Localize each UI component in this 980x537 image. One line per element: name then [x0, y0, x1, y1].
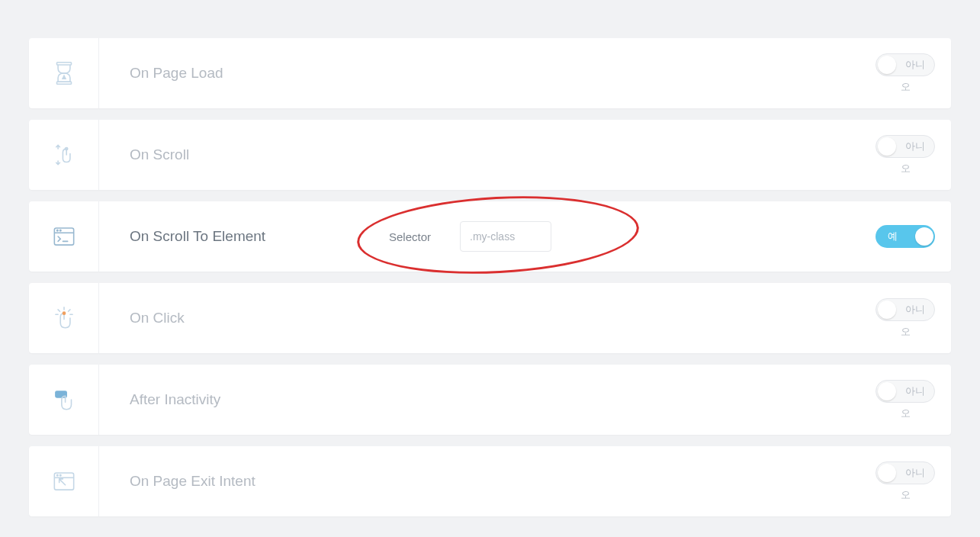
- trigger-row-scroll-to-element: On Scroll To Element Selector 예: [29, 201, 951, 272]
- svg-point-13: [59, 474, 61, 476]
- svg-point-6: [59, 230, 61, 231]
- trigger-title: On Page Load: [130, 65, 223, 82]
- toggle-cell: 아니 오: [860, 446, 951, 516]
- selector-group: Selector: [389, 221, 551, 252]
- svg-rect-1: [56, 82, 71, 84]
- selector-input[interactable]: [460, 221, 551, 252]
- toggle-exit-intent[interactable]: 아니: [876, 461, 935, 484]
- toggle-page-load[interactable]: 아니: [876, 53, 935, 76]
- row-content: On Click: [99, 283, 860, 353]
- trigger-row-exit-intent: On Page Exit Intent 아니 오: [29, 446, 951, 516]
- toggle-off-sub: 오: [901, 162, 911, 175]
- trigger-title: On Scroll To Element: [130, 228, 265, 245]
- click-icon: [29, 283, 99, 353]
- toggle-scroll[interactable]: 아니: [876, 135, 935, 158]
- row-content: On Page Load: [99, 38, 860, 108]
- toggle-scroll-to-element[interactable]: 예: [876, 225, 935, 248]
- trigger-row-page-load: On Page Load 아니 오: [29, 38, 951, 108]
- row-content: On Page Exit Intent: [99, 446, 860, 516]
- toggle-cell: 예: [860, 201, 951, 272]
- toggle-click[interactable]: 아니: [876, 298, 935, 321]
- svg-point-12: [56, 474, 58, 476]
- toggle-off-label: 아니: [905, 466, 925, 480]
- toggle-cell: 아니 오: [860, 283, 951, 353]
- toggle-cell: 아니 오: [860, 365, 951, 435]
- toggle-off-sub: 오: [901, 80, 911, 94]
- inactivity-icon: [29, 365, 99, 435]
- hourglass-icon: [29, 38, 99, 108]
- toggle-off-label: 아니: [905, 140, 925, 153]
- trigger-row-click: On Click 아니 오: [29, 283, 951, 353]
- svg-point-8: [63, 312, 65, 314]
- svg-rect-0: [56, 63, 71, 65]
- row-content: On Scroll To Element Selector: [99, 201, 860, 272]
- toggle-off-label: 아니: [905, 384, 925, 398]
- toggle-knob: [878, 56, 896, 74]
- toggle-off-sub: 오: [901, 488, 911, 502]
- toggle-off-label: 아니: [905, 58, 925, 72]
- toggle-on-label: 예: [888, 230, 898, 243]
- toggle-knob: [878, 464, 896, 482]
- toggle-knob: [878, 301, 896, 319]
- toggle-knob: [878, 382, 896, 400]
- toggle-cell: 아니 오: [860, 38, 951, 108]
- selector-label: Selector: [389, 230, 431, 243]
- toggle-inactivity[interactable]: 아니: [876, 380, 935, 403]
- trigger-row-scroll: On Scroll 아니 오: [29, 120, 951, 190]
- row-content: After Inactivity: [99, 365, 860, 435]
- toggle-cell: 아니 오: [860, 120, 951, 190]
- toggle-off-label: 아니: [905, 303, 925, 317]
- svg-point-5: [56, 230, 58, 231]
- trigger-title: On Click: [130, 310, 185, 326]
- exit-intent-icon: [29, 446, 99, 516]
- toggle-off-sub: 오: [901, 325, 911, 339]
- trigger-title: On Page Exit Intent: [130, 473, 255, 490]
- toggle-off-sub: 오: [901, 407, 911, 420]
- terminal-icon: [29, 201, 99, 272]
- row-content: On Scroll: [99, 120, 860, 190]
- scroll-icon: [29, 120, 99, 190]
- trigger-title: After Inactivity: [130, 391, 220, 408]
- toggle-knob: [878, 137, 896, 156]
- toggle-knob: [915, 227, 933, 246]
- trigger-title: On Scroll: [130, 146, 189, 163]
- trigger-row-inactivity: After Inactivity 아니 오: [29, 365, 951, 435]
